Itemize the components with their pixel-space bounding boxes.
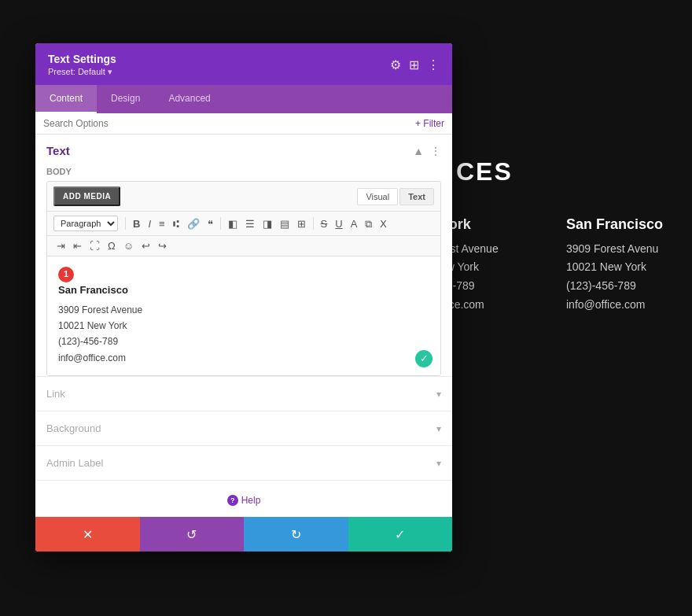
paste-text-button[interactable]: ⧉ [362, 217, 375, 231]
section-header-icons: ▲ ⋮ [413, 145, 441, 157]
link-section[interactable]: Link ▾ [35, 376, 452, 411]
action-bar: ✕ ↺ ↻ ✓ [35, 517, 452, 551]
blockquote-button[interactable]: ❝ [204, 217, 216, 231]
bg-title: CES [456, 157, 513, 186]
format-select[interactable]: Paragraph [53, 216, 118, 231]
background-chevron-icon: ▾ [436, 423, 441, 434]
numbered-list-button[interactable]: ⑆ [170, 217, 182, 231]
number-badge: 1 [58, 267, 74, 282]
tab-bar: Content Design Advanced [35, 85, 452, 113]
more-icon[interactable]: ⋮ [427, 57, 440, 72]
filter-button[interactable]: + Filter [415, 118, 444, 129]
editor-toolbar-row1: Paragraph B I ≡ ⑆ 🔗 ❝ ◧ ☰ ◨ ▤ ⊞ S U A ⧉ [47, 212, 440, 236]
undo-button[interactable]: ↺ [140, 517, 245, 551]
help-circle-icon: ? [227, 495, 238, 506]
cancel-button[interactable]: ✕ [35, 517, 140, 551]
indent-button[interactable]: ⇥ [53, 239, 68, 253]
outdent-button[interactable]: ⇤ [70, 239, 85, 253]
redo-editor-button[interactable]: ↪ [155, 239, 170, 253]
text-view-button[interactable]: Text [399, 188, 434, 205]
tab-design[interactable]: Design [97, 85, 154, 113]
underline-button[interactable]: U [332, 217, 345, 231]
fullscreen-button[interactable]: ⛶ [86, 239, 103, 253]
background-section[interactable]: Background ▾ [35, 411, 452, 445]
clear-format-button[interactable]: Ⅹ [377, 217, 390, 231]
strikethrough-button[interactable]: S [318, 217, 331, 231]
italic-button[interactable]: I [145, 217, 154, 231]
link-button[interactable]: 🔗 [184, 217, 203, 231]
body-label: Body [35, 165, 452, 181]
table-button[interactable]: ⊞ [294, 217, 309, 231]
align-right-button[interactable]: ◨ [260, 217, 275, 231]
search-input[interactable] [43, 118, 415, 129]
editor-body[interactable]: 1 San Francisco 3909 Forest Avenue 10021… [47, 256, 440, 375]
background-label: Background [46, 422, 101, 434]
text-section-header: Text ▲ ⋮ [35, 135, 452, 165]
text-settings-modal: Text Settings Preset: Default ▾ ⚙ ⊞ ⋮ Co… [35, 43, 452, 551]
admin-chevron-icon: ▾ [436, 458, 441, 469]
admin-label-section[interactable]: Admin Label ▾ [35, 445, 452, 480]
link-label: Link [46, 388, 65, 400]
green-check-icon: ✓ [415, 350, 432, 367]
undo-editor-button[interactable]: ↩ [138, 239, 153, 253]
modal-title: Text Settings [48, 53, 116, 65]
editor-toolbar-row2: ⇥ ⇤ ⛶ Ω ☺ ↩ ↪ [47, 236, 440, 256]
bg-col2: San Francisco 3909 Forest Avenu 10021 Ne… [566, 212, 663, 315]
bullet-list-button[interactable]: ≡ [156, 217, 168, 231]
add-media-button[interactable]: ADD MEDIA [53, 186, 120, 206]
toolbar-sep2 [220, 217, 221, 230]
emoji-button[interactable]: ☺ [120, 239, 137, 253]
editor-address: 3909 Forest Avenue 10021 New York (123)-… [58, 302, 429, 367]
bold-button[interactable]: B [130, 217, 143, 231]
settings-icon[interactable]: ⚙ [390, 57, 401, 72]
tab-advanced[interactable]: Advanced [154, 85, 224, 113]
editor-top-bar: ADD MEDIA Visual Text [47, 182, 440, 212]
toolbar-sep1 [125, 217, 126, 230]
panel-content: Text ▲ ⋮ Body ADD MEDIA Visual Text Para… [35, 135, 452, 517]
save-button[interactable]: ✓ [348, 517, 453, 551]
admin-label-text: Admin Label [46, 457, 103, 469]
align-justify-button[interactable]: ▤ [277, 217, 293, 231]
help-link[interactable]: ? Help [227, 495, 261, 506]
special-char-button[interactable]: Ω [105, 239, 119, 253]
modal-preset: Preset: Default ▾ [48, 67, 116, 77]
modal-header: Text Settings Preset: Default ▾ ⚙ ⊞ ⋮ [35, 43, 452, 85]
view-toggle: Visual Text [357, 188, 434, 205]
editor-city: San Francisco [58, 282, 429, 299]
header-icons: ⚙ ⊞ ⋮ [390, 57, 440, 72]
toolbar-sep3 [313, 217, 314, 230]
search-bar: + Filter [35, 113, 452, 135]
columns-icon[interactable]: ⊞ [409, 57, 419, 72]
align-left-button[interactable]: ◧ [225, 217, 241, 231]
text-color-button[interactable]: A [348, 217, 361, 231]
help-label: Help [241, 495, 261, 506]
align-center-button[interactable]: ☰ [242, 217, 258, 231]
tab-content[interactable]: Content [35, 85, 97, 113]
link-chevron-icon: ▾ [436, 389, 441, 400]
redo-button[interactable]: ↻ [244, 517, 348, 551]
section-more-icon[interactable]: ⋮ [430, 145, 441, 157]
collapse-icon[interactable]: ▲ [413, 145, 424, 157]
visual-view-button[interactable]: Visual [357, 188, 398, 205]
editor-area: ADD MEDIA Visual Text Paragraph B I ≡ ⑆ … [46, 181, 441, 376]
section-title: Text [46, 144, 70, 157]
help-bar: ? Help [35, 480, 452, 517]
